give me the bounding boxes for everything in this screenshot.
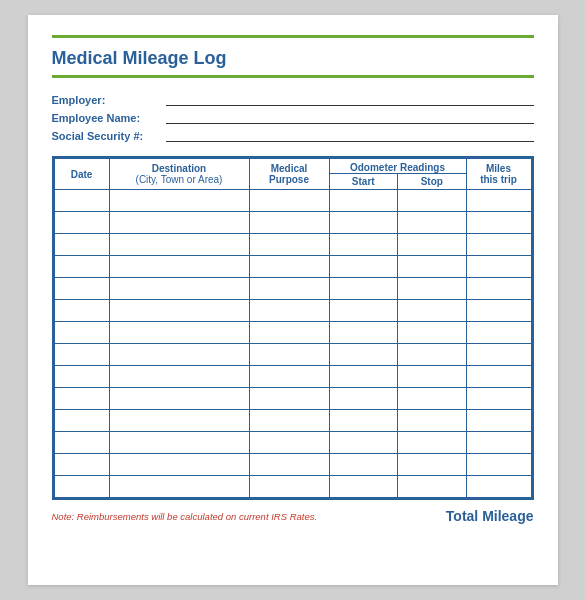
cell-date[interactable] (54, 234, 109, 256)
table-row[interactable] (54, 366, 531, 388)
cell-destination[interactable] (109, 278, 249, 300)
cell-miles[interactable] (466, 366, 531, 388)
cell-miles[interactable] (466, 344, 531, 366)
cell-date[interactable] (54, 454, 109, 476)
cell-date[interactable] (54, 322, 109, 344)
cell-odo-stop[interactable] (398, 432, 467, 454)
cell-odo-start[interactable] (329, 190, 398, 212)
cell-odo-stop[interactable] (398, 344, 467, 366)
table-row[interactable] (54, 212, 531, 234)
cell-miles[interactable] (466, 388, 531, 410)
cell-odo-start[interactable] (329, 410, 398, 432)
cell-odo-start[interactable] (329, 278, 398, 300)
cell-medical-purpose[interactable] (249, 388, 329, 410)
table-row[interactable] (54, 388, 531, 410)
cell-odo-start[interactable] (329, 432, 398, 454)
cell-medical-purpose[interactable] (249, 322, 329, 344)
cell-date[interactable] (54, 410, 109, 432)
table-row[interactable] (54, 190, 531, 212)
cell-odo-start[interactable] (329, 322, 398, 344)
cell-miles[interactable] (466, 212, 531, 234)
cell-odo-start[interactable] (329, 256, 398, 278)
cell-date[interactable] (54, 190, 109, 212)
cell-odo-start[interactable] (329, 388, 398, 410)
cell-destination[interactable] (109, 322, 249, 344)
cell-miles[interactable] (466, 454, 531, 476)
employee-name-input[interactable] (166, 110, 534, 124)
cell-date[interactable] (54, 256, 109, 278)
table-row[interactable] (54, 234, 531, 256)
social-security-input[interactable] (166, 128, 534, 142)
cell-odo-start[interactable] (329, 344, 398, 366)
cell-odo-stop[interactable] (398, 256, 467, 278)
cell-odo-stop[interactable] (398, 234, 467, 256)
cell-odo-stop[interactable] (398, 388, 467, 410)
cell-miles[interactable] (466, 322, 531, 344)
cell-medical-purpose[interactable] (249, 432, 329, 454)
cell-medical-purpose[interactable] (249, 344, 329, 366)
cell-medical-purpose[interactable] (249, 300, 329, 322)
cell-odo-stop[interactable] (398, 322, 467, 344)
cell-date[interactable] (54, 476, 109, 498)
table-row[interactable] (54, 410, 531, 432)
cell-date[interactable] (54, 366, 109, 388)
cell-odo-stop[interactable] (398, 410, 467, 432)
cell-odo-stop[interactable] (398, 212, 467, 234)
cell-odo-stop[interactable] (398, 190, 467, 212)
employer-input[interactable] (166, 92, 534, 106)
table-row[interactable] (54, 256, 531, 278)
cell-date[interactable] (54, 212, 109, 234)
cell-destination[interactable] (109, 256, 249, 278)
cell-date[interactable] (54, 278, 109, 300)
cell-destination[interactable] (109, 410, 249, 432)
cell-destination[interactable] (109, 212, 249, 234)
table-row[interactable] (54, 432, 531, 454)
cell-medical-purpose[interactable] (249, 366, 329, 388)
cell-miles[interactable] (466, 410, 531, 432)
cell-destination[interactable] (109, 476, 249, 498)
cell-destination[interactable] (109, 300, 249, 322)
cell-destination[interactable] (109, 388, 249, 410)
cell-odo-stop[interactable] (398, 476, 467, 498)
cell-odo-stop[interactable] (398, 300, 467, 322)
cell-destination[interactable] (109, 454, 249, 476)
cell-miles[interactable] (466, 278, 531, 300)
cell-odo-start[interactable] (329, 366, 398, 388)
cell-medical-purpose[interactable] (249, 454, 329, 476)
cell-medical-purpose[interactable] (249, 190, 329, 212)
table-row[interactable] (54, 300, 531, 322)
cell-odo-stop[interactable] (398, 454, 467, 476)
cell-date[interactable] (54, 344, 109, 366)
cell-destination[interactable] (109, 190, 249, 212)
table-row[interactable] (54, 278, 531, 300)
cell-odo-start[interactable] (329, 476, 398, 498)
cell-odo-start[interactable] (329, 234, 398, 256)
cell-miles[interactable] (466, 234, 531, 256)
cell-medical-purpose[interactable] (249, 212, 329, 234)
cell-destination[interactable] (109, 344, 249, 366)
cell-date[interactable] (54, 388, 109, 410)
cell-destination[interactable] (109, 432, 249, 454)
cell-medical-purpose[interactable] (249, 256, 329, 278)
table-row[interactable] (54, 344, 531, 366)
cell-miles[interactable] (466, 432, 531, 454)
cell-odo-start[interactable] (329, 300, 398, 322)
cell-medical-purpose[interactable] (249, 278, 329, 300)
cell-odo-start[interactable] (329, 212, 398, 234)
cell-destination[interactable] (109, 234, 249, 256)
cell-date[interactable] (54, 300, 109, 322)
cell-date[interactable] (54, 432, 109, 454)
cell-miles[interactable] (466, 256, 531, 278)
cell-medical-purpose[interactable] (249, 410, 329, 432)
cell-medical-purpose[interactable] (249, 234, 329, 256)
cell-miles[interactable] (466, 190, 531, 212)
table-row[interactable] (54, 454, 531, 476)
cell-miles[interactable] (466, 300, 531, 322)
table-row[interactable] (54, 322, 531, 344)
table-row[interactable] (54, 476, 531, 498)
cell-odo-stop[interactable] (398, 278, 467, 300)
cell-medical-purpose[interactable] (249, 476, 329, 498)
cell-odo-stop[interactable] (398, 366, 467, 388)
cell-odo-start[interactable] (329, 454, 398, 476)
cell-destination[interactable] (109, 366, 249, 388)
